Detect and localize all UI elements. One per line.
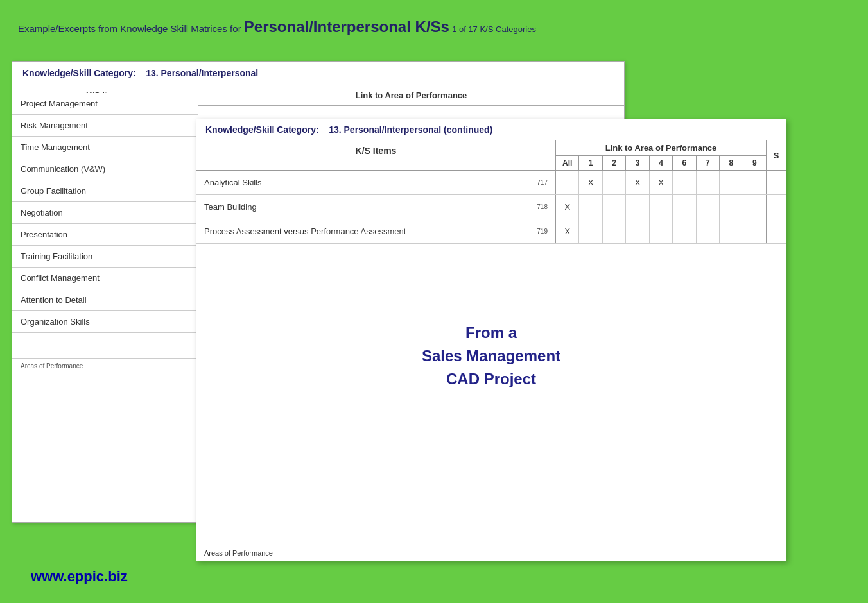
list-item: Communication (V&W)	[12, 158, 198, 180]
cell-1	[579, 195, 602, 219]
col-num-8: 8	[720, 156, 743, 170]
cell-all: X	[556, 219, 579, 243]
ks-list-footer: Areas of Performance	[12, 359, 198, 373]
col-num-4: 4	[650, 156, 673, 170]
col-num-9: 9	[743, 156, 766, 170]
cell-2	[603, 219, 626, 243]
cell-all	[556, 171, 579, 194]
cell-8	[720, 219, 743, 243]
ks-list: Project Management Risk Management Time …	[12, 93, 198, 373]
cell-9	[743, 219, 766, 243]
item-num: 718	[537, 203, 548, 210]
col-link-numbers: All 1 2 3 4 6 7 8 9	[556, 156, 766, 170]
cell-3: X	[626, 171, 649, 194]
back-category-label: Knowledge/Skill Category:	[22, 68, 136, 78]
list-item: Risk Management	[12, 115, 198, 137]
item-name: Analytical Skills	[204, 178, 262, 187]
cell-ks-item: Analytical Skills 717	[196, 171, 556, 194]
front-category-value: 13. Personal/Interpersonal (continued)	[329, 124, 492, 135]
cell-2	[603, 195, 626, 219]
cell-3	[626, 195, 649, 219]
cell-8	[720, 195, 743, 219]
card-front: Knowledge/Skill Category: 13. Personal/I…	[196, 119, 786, 561]
back-category-value: 13. Personal/Interpersonal	[146, 68, 258, 78]
col-headers: K/S Items Link to Area of Performance Al…	[196, 140, 786, 171]
list-item: Attention to Detail	[12, 289, 198, 311]
cell-8	[720, 171, 743, 194]
cell-s	[767, 219, 786, 243]
cell-ks-item: Process Assessment versus Performance As…	[196, 219, 556, 243]
list-item: Conflict Management	[12, 268, 198, 289]
cell-ks-item: Team Building 718	[196, 195, 556, 219]
col-num-2: 2	[603, 156, 626, 170]
content-area: From aSales ManagementCAD Project	[196, 244, 786, 468]
cell-1	[579, 219, 602, 243]
list-item: Presentation	[12, 224, 198, 246]
item-name: Team Building	[204, 202, 257, 212]
table-row: Team Building 718 X	[196, 195, 786, 219]
content-text: From aSales ManagementCAD Project	[422, 321, 560, 391]
cell-2	[603, 171, 626, 194]
table-row: Analytical Skills 717 X X X	[196, 171, 786, 195]
col-num-6: 6	[673, 156, 696, 170]
list-item: Negotiation	[12, 202, 198, 224]
front-category-label: Knowledge/Skill Category:	[205, 124, 319, 135]
cell-link: X	[556, 195, 767, 219]
header-prefix: Example/Excerpts from Knowledge Skill Ma…	[18, 23, 241, 34]
table-row: Process Assessment versus Performance As…	[196, 219, 786, 244]
page-header: Example/Excerpts from Knowledge Skill Ma…	[18, 18, 536, 36]
col-link-title: Link to Area of Performance	[556, 140, 766, 156]
cell-4: X	[650, 171, 673, 194]
col-num-3: 3	[626, 156, 649, 170]
cell-7	[697, 171, 720, 194]
front-category-row: Knowledge/Skill Category: 13. Personal/I…	[196, 119, 786, 140]
item-name: Process Assessment versus Performance As…	[204, 226, 406, 236]
col-num-all: All	[556, 156, 579, 170]
col-s-header: S	[767, 140, 786, 170]
list-item: Project Management	[12, 93, 198, 115]
website-label: www.eppic.biz	[31, 568, 128, 585]
item-num: 717	[537, 179, 548, 186]
cell-7	[697, 219, 720, 243]
cell-7	[697, 195, 720, 219]
list-item: Time Management	[12, 137, 198, 158]
cell-link: X	[556, 219, 767, 243]
back-link-header: Link to Area of Performance	[198, 85, 624, 105]
header-bold: Personal/Interpersonal K/Ss	[244, 18, 449, 35]
col-num-7: 7	[697, 156, 720, 170]
cell-link: X X X	[556, 171, 767, 194]
col-num-1: 1	[579, 156, 602, 170]
cell-9	[743, 195, 766, 219]
cell-9	[743, 171, 766, 194]
list-item	[12, 333, 198, 359]
cell-all: X	[556, 195, 579, 219]
cell-s	[767, 195, 786, 219]
card-back-category: Knowledge/Skill Category: 13. Personal/I…	[12, 62, 624, 85]
cell-s	[767, 171, 786, 194]
list-item: Organization Skills	[12, 311, 198, 333]
list-item: Training Facilitation	[12, 246, 198, 268]
front-areas-footer: Areas of Performance	[196, 545, 786, 561]
col-link-area: Link to Area of Performance All 1 2 3 4 …	[556, 140, 767, 170]
cell-6	[673, 195, 696, 219]
cell-3	[626, 219, 649, 243]
item-num: 719	[537, 228, 548, 235]
cell-6	[673, 219, 696, 243]
header-suffix: 1 of 17 K/S Categories	[452, 24, 536, 34]
cell-1: X	[579, 171, 602, 194]
list-item: Group Facilitation	[12, 180, 198, 202]
cell-4	[650, 219, 673, 243]
cell-6	[673, 171, 696, 194]
col-ks-header: K/S Items	[196, 140, 556, 170]
cell-4	[650, 195, 673, 219]
